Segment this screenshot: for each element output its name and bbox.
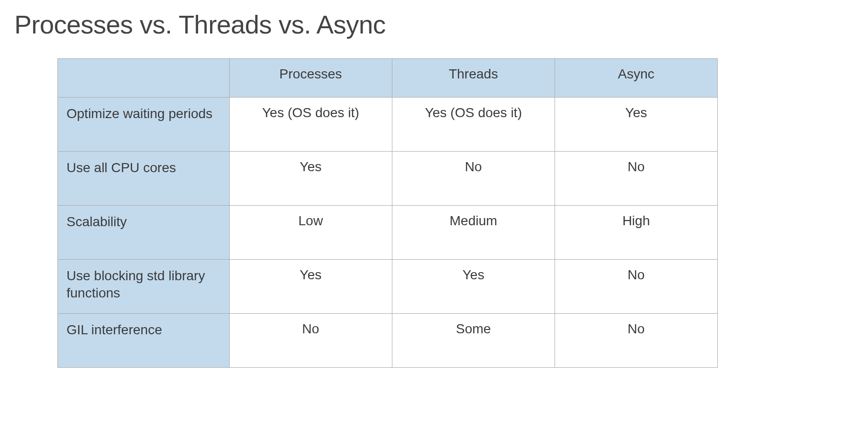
table-corner-cell: [58, 59, 230, 98]
row-label: Use all CPU cores: [58, 152, 230, 206]
cell-value: No: [229, 314, 392, 368]
cell-value: Yes (OS does it): [392, 98, 555, 152]
col-header-processes: Processes: [229, 59, 392, 98]
cell-value: No: [555, 152, 717, 206]
cell-value: Yes: [555, 98, 717, 152]
col-header-threads: Threads: [392, 59, 555, 98]
cell-value: Low: [229, 206, 392, 260]
cell-value: No: [392, 152, 555, 206]
comparison-table-wrap: Processes Threads Async Optimize waiting…: [14, 58, 854, 368]
col-header-async: Async: [555, 59, 717, 98]
table-row: GIL interference No Some No: [58, 314, 718, 368]
table-row: Use all CPU cores Yes No No: [58, 152, 718, 206]
cell-value: Yes: [229, 260, 392, 314]
cell-value: Some: [392, 314, 555, 368]
page-title: Processes vs. Threads vs. Async: [14, 10, 854, 39]
cell-value: No: [555, 260, 717, 314]
row-label: Scalability: [58, 206, 230, 260]
cell-value: Medium: [392, 206, 555, 260]
table-header-row: Processes Threads Async: [58, 59, 718, 98]
cell-value: High: [555, 206, 717, 260]
table-row: Optimize waiting periods Yes (OS does it…: [58, 98, 718, 152]
cell-value: Yes (OS does it): [229, 98, 392, 152]
cell-value: Yes: [229, 152, 392, 206]
row-label: Use blocking std library functions: [58, 260, 230, 314]
cell-value: No: [555, 314, 717, 368]
table-row: Scalability Low Medium High: [58, 206, 718, 260]
row-label: Optimize waiting periods: [58, 98, 230, 152]
comparison-table: Processes Threads Async Optimize waiting…: [57, 58, 718, 368]
row-label: GIL interference: [58, 314, 230, 368]
table-row: Use blocking std library functions Yes Y…: [58, 260, 718, 314]
cell-value: Yes: [392, 260, 555, 314]
